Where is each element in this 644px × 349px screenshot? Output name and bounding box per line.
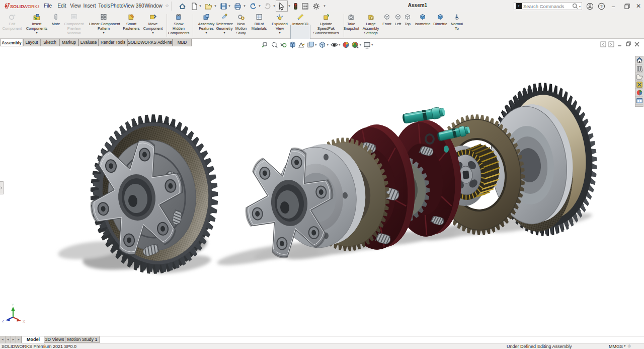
svg-text:X: X [23,320,25,323]
svg-text:?: ? [600,4,602,9]
svg-text:Y: Y [12,303,14,307]
svg-text:WORKS: WORKS [24,4,40,9]
svg-text:SOLID: SOLID [10,4,24,9]
svg-text:Z: Z [2,319,5,323]
